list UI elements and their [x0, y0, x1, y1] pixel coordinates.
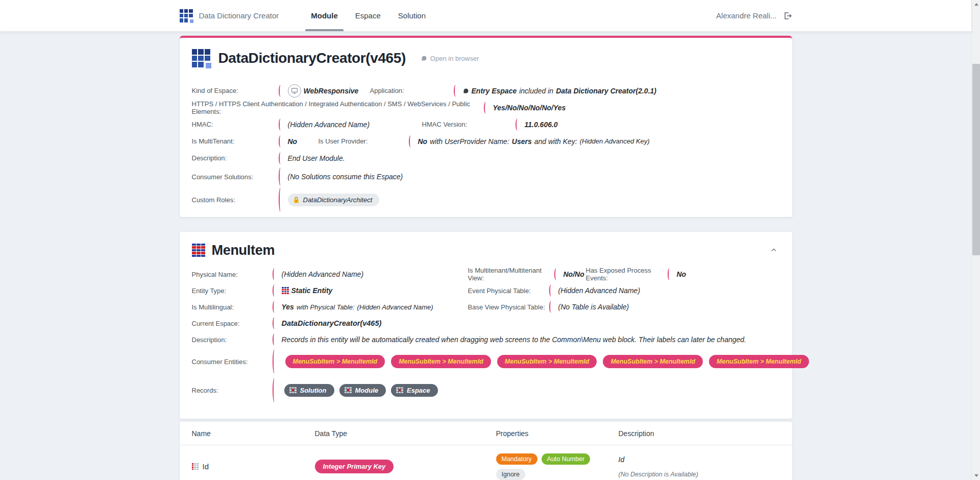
- attribute-description-note: (No Description is Available): [619, 471, 780, 478]
- field-value: End User Module.: [288, 154, 345, 162]
- field-row-https: HTTPS / HTTPS Client Authentication / In…: [192, 100, 780, 115]
- field-value: No: [418, 137, 428, 146]
- column-header-properties: Properties: [496, 429, 619, 438]
- field-row-entity-description: Description: Records in this entity will…: [192, 332, 780, 347]
- value-bracket-decoration: [554, 268, 558, 280]
- field-value: (No Solutions consume this Espace): [288, 173, 403, 181]
- field-label: Physical Name:: [192, 271, 273, 278]
- field-row-consumer-solutions: Consumer Solutions: (No Solutions consum…: [192, 167, 780, 186]
- field-value: (Hidden Advanced Key): [580, 137, 650, 145]
- consumer-entity-badge[interactable]: MenuSubItem > MenuItemId: [285, 355, 385, 368]
- field-label: Consumer Entities:: [192, 358, 273, 366]
- app-brand-label: Data Dictionary Creator: [199, 11, 279, 20]
- logout-icon[interactable]: [783, 11, 792, 20]
- field-value: No/No: [564, 270, 584, 278]
- attributes-table-header: Name Data Type Properties Description: [180, 422, 792, 445]
- top-navbar: Data Dictionary Creator Module Espace So…: [0, 0, 971, 32]
- record-badge-label: Solution: [300, 387, 327, 394]
- record-table-icon: [345, 387, 352, 393]
- field-label: Application:: [370, 87, 454, 94]
- field-label: Is Multilingual:: [192, 303, 273, 311]
- field-label: Description:: [192, 154, 279, 162]
- value-bracket-decoration: [273, 301, 276, 313]
- consumer-entity-badge[interactable]: MenuSubItem > MenuItemId: [603, 355, 703, 368]
- entity-detail-card: MenuItem Physical Name: (Hidden Advanced…: [180, 232, 792, 419]
- record-badge-label: Module: [355, 387, 379, 394]
- record-badge-solution[interactable]: Solution: [284, 384, 334, 397]
- field-row-hmac: HMAC: (Hidden Advanced Name) HMAC Versio…: [192, 116, 780, 132]
- field-label: HMAC Version:: [422, 121, 516, 128]
- consumer-entity-badge[interactable]: MenuSubItem > MenuItemId: [497, 355, 597, 368]
- field-label: Is MultiTenant:: [192, 137, 279, 145]
- attribute-description: Id: [619, 455, 780, 464]
- field-label: Current Espace:: [192, 320, 273, 327]
- field-label: Event Physical Table:: [468, 287, 549, 295]
- field-label: HTTPS / HTTPS Client Authentication / In…: [192, 100, 484, 115]
- data-type-badge: Integer Primary Key: [315, 460, 394, 473]
- entity-title: MenuItem: [212, 243, 275, 258]
- field-value: Yes: [282, 303, 294, 311]
- record-badge-module[interactable]: Module: [339, 384, 386, 397]
- module-icon: [192, 49, 210, 67]
- nav-item-module-label: Module: [311, 11, 338, 20]
- property-badge-ignore: Ignore: [496, 469, 525, 480]
- field-value: (Hidden Advanced Name): [288, 121, 370, 129]
- active-tab-indicator: [305, 29, 344, 31]
- field-label: Is Multitenant/Multitenant View:: [468, 267, 554, 282]
- field-value: Records in this entity will be automatic…: [282, 335, 746, 344]
- collapse-chevron-up-icon[interactable]: [768, 244, 780, 256]
- field-value: Data Dictionary Creator(2.0.1): [556, 87, 656, 95]
- field-row-current-espace: Current Espace: DataDictionaryCreator(v4…: [192, 316, 780, 331]
- nav-item-module[interactable]: Module: [302, 0, 347, 31]
- espace-icon: [421, 55, 427, 61]
- value-bracket-decoration: [273, 268, 276, 280]
- value-bracket-decoration: [273, 333, 276, 346]
- field-value: No: [677, 270, 687, 278]
- vertical-scrollbar[interactable]: [971, 0, 980, 480]
- field-label: Description:: [192, 336, 273, 344]
- value-bracket-decoration: [549, 301, 553, 313]
- nav-item-solution[interactable]: Solution: [389, 0, 434, 31]
- app-brand[interactable]: Data Dictionary Creator: [180, 9, 279, 22]
- field-value: with UserProvider Name:: [430, 137, 509, 146]
- field-value: Users: [512, 137, 532, 146]
- espace-icon: [463, 88, 469, 94]
- field-value: Yes/No/No/No/No/Yes: [493, 104, 566, 112]
- field-label: Kind of Espace:: [192, 87, 279, 94]
- field-row-multitenant: Is MultiTenant: No Is User Provider: No …: [192, 133, 780, 149]
- custom-role-label: DataDictionaryArchitect: [303, 196, 373, 204]
- record-badge-espace[interactable]: Espace: [391, 384, 438, 397]
- value-bracket-decoration: [516, 118, 519, 131]
- field-row-records: Records: Solution: [192, 378, 780, 402]
- consumer-entity-badge[interactable]: MenuSubItem > MenuItemId: [709, 355, 809, 368]
- scrollbar-thumb[interactable]: [972, 64, 980, 255]
- web-responsive-icon: [288, 84, 301, 98]
- open-in-browser-label: Open in browser: [430, 55, 479, 62]
- value-bracket-decoration: [273, 284, 276, 297]
- field-label: HMAC:: [192, 121, 279, 128]
- property-badge-mandatory: Mandatory: [496, 453, 537, 465]
- value-bracket-decoration: [549, 284, 553, 297]
- field-value: and with Key:: [534, 137, 577, 146]
- attributes-table-card: Name Data Type Properties Description Id: [180, 422, 792, 480]
- scrollbar-up-arrow[interactable]: [972, 0, 980, 9]
- field-value: included in: [519, 87, 553, 95]
- main-nav: Module Espace Solution: [302, 0, 434, 31]
- consumer-entity-badge[interactable]: MenuSubItem > MenuItemId: [391, 355, 491, 368]
- value-bracket-decoration: [484, 102, 487, 114]
- open-in-browser-link[interactable]: Open in browser: [421, 55, 479, 62]
- nav-item-espace[interactable]: Espace: [347, 0, 389, 31]
- field-value: (Hidden Advanced Name): [357, 303, 433, 311]
- field-label: Has Exposed Process Events:: [586, 267, 668, 282]
- user-menu[interactable]: Alexandre Reali...: [716, 11, 776, 20]
- column-header-name: Name: [192, 429, 315, 438]
- field-value: WebResponsive: [304, 87, 359, 95]
- value-bracket-decoration: [273, 349, 276, 374]
- field-row-physical-name: Physical Name: (Hidden Advanced Name) Is…: [192, 267, 780, 282]
- attribute-row-id: Id Integer Primary Key Mandatory Auto Nu…: [180, 445, 792, 480]
- page-title: DataDictionaryCreator(v465): [218, 50, 406, 66]
- field-value: with Physical Table:: [297, 303, 355, 311]
- scrollbar-down-arrow[interactable]: [972, 471, 980, 480]
- field-value: 11.0.606.0: [525, 121, 558, 129]
- value-bracket-decoration: [273, 317, 276, 329]
